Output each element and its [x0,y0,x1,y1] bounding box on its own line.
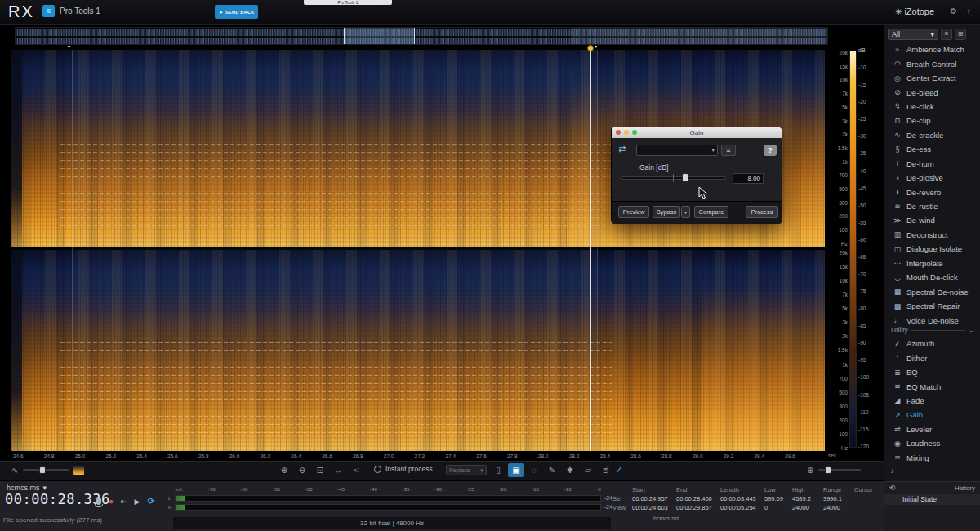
bypass-button[interactable]: Bypass [653,206,680,218]
module-leveler[interactable]: ⇌ Leveler [884,422,980,436]
selection-start-handle[interactable]: ▾ [68,43,70,50]
module-filter-select[interactable]: All ▾ [888,29,938,40]
playhead[interactable] [590,46,591,451]
gain-value-field[interactable]: 8.00 [733,173,764,184]
module-breath-control[interactable]: ◠ Breath Control [884,56,980,70]
module-fade[interactable]: ◢ Fade [884,394,980,408]
module-eq-match[interactable]: ≌ EQ Match [884,379,980,393]
bypass-caret-button[interactable]: ▾ [681,206,690,218]
record-button[interactable]: ● [109,497,114,506]
time-tick-label: 28.4 [599,453,610,459]
module-interpolate[interactable]: ⋯ Interpolate [884,257,980,270]
time-tick-label: 27.2 [415,453,425,459]
zoom-fit-button[interactable]: ⊡ [312,463,328,477]
minimize-icon[interactable] [624,130,629,135]
zoom-out-button[interactable]: ⊖ [294,463,310,477]
module-icon: ∴ [893,354,902,362]
timefreq-selection-tool[interactable]: ▣ [508,463,524,477]
module-icon: ≫ [893,216,902,225]
time-selection-tool[interactable]: ▯ [490,463,506,477]
instant-process-control[interactable]: Instant process [374,465,433,473]
module-spectral-de-noise[interactable]: ▦ Spectral De-noise [884,284,980,298]
preset-menu-button[interactable]: ≡ [721,145,736,156]
preview-button[interactable]: Preview [618,206,649,218]
instant-process-radio[interactable] [374,466,381,473]
module-de-plosive[interactable]: ◖ De-plosive [884,171,980,185]
module-dither[interactable]: ∴ Dither [884,350,980,364]
hand-tool-button[interactable]: ☜ [348,463,364,477]
freq-tick-label: 700 [826,172,848,178]
module-label: Dialogue Isolate [906,244,962,253]
module-de-crackle[interactable]: ∿ De-crackle [884,128,980,142]
module-ambience-match[interactable]: ≈ Ambience Match [884,42,980,56]
grid-view-button[interactable]: ⊞ [955,29,966,40]
instant-process-label: Instant process [385,465,433,473]
selection-end-handle[interactable]: ▾ [595,43,597,50]
module-de-hum[interactable]: ≀ De-hum [884,157,980,171]
overview-selection[interactable] [344,28,415,45]
gain-dialog-title: Gain [612,127,782,138]
gain-slider[interactable] [621,176,726,180]
settings-gear-icon[interactable]: ⚙ [950,7,957,16]
meter-scale-label: -50 [305,487,313,492]
module-spectral-repair[interactable]: ▩ Spectral Repair [884,299,980,313]
waveform-spectrogram-blend-slider[interactable] [23,469,69,471]
blend-slider-handle[interactable] [39,466,46,474]
module-mouth-de-click[interactable]: ◡ Mouth De-click [884,270,980,284]
module-azimuth[interactable]: ∠ Azimuth [884,337,980,350]
help-button[interactable]: ? [964,7,973,16]
compare-button[interactable]: Compare [694,206,728,218]
module-center-extract[interactable]: ◎ Center Extract [884,71,980,85]
brush-tool[interactable]: ✎ [544,463,560,477]
process-mode-select[interactable]: Replace ▾ [446,465,487,475]
list-view-button[interactable]: ≡ [941,29,952,40]
process-button[interactable]: Process [746,206,778,218]
zoom-slider[interactable] [818,469,861,471]
module-eq[interactable]: ≣ EQ [884,365,980,379]
time-tick-label: 26.6 [322,453,332,459]
module-de-clip[interactable]: ⊓ De-clip [884,114,980,127]
module-de-ess[interactable]: § De-ess [884,142,980,156]
history-item[interactable]: Initial State [884,494,980,505]
dialog-help-button[interactable]: ? [764,145,777,156]
module-dialogue-isolate[interactable]: ◫ Dialogue Isolate [884,242,980,256]
send-back-button[interactable]: ➤ SEND BACK [215,5,258,19]
mic-icon[interactable] [96,498,101,505]
module-gain[interactable]: ↗ Gain [884,408,980,422]
gain-slider-handle[interactable] [682,173,688,182]
module-de-wind[interactable]: ≫ De-wind [884,213,980,227]
preset-transfer-icon[interactable]: ⇄ [618,144,626,154]
module-de-bleed[interactable]: ⊘ De-bleed [884,85,980,99]
play-button[interactable]: ▶ [135,498,140,506]
lasso-tool[interactable]: ◌ [526,463,542,477]
module-mixing[interactable]: ≍ Mixing [884,451,980,465]
zoom-slider-handle[interactable] [825,466,831,474]
rewind-button[interactable]: ⇤ [121,498,127,506]
playhead-marker[interactable] [587,45,594,51]
module-de-reverb[interactable]: ◗ De-reverb [884,185,980,199]
magic-wand-tool[interactable]: ✱ [562,463,578,477]
overview-waveform[interactable] [15,27,828,45]
colorbar-tick-label: -50 [858,203,880,208]
zoom-horizontal-button[interactable]: ↔ [330,463,346,477]
zoom-in-button[interactable]: ⊕ [276,463,292,477]
loop-button[interactable]: ⟳ [148,496,155,506]
module-loudness[interactable]: ◉ Loudness [884,436,980,450]
gain-dialog: Gain ⇄ ▾ ≡ ? Gain [dB] 8.00 Preview Bypa… [611,127,782,223]
eraser-tool[interactable]: ▱ [580,463,596,477]
sidebar-expand-chevron[interactable]: › [891,466,894,475]
view-blend-control[interactable]: ∿ [11,466,84,475]
module-deconstruct[interactable]: ▥ Deconstruct [884,228,980,242]
module-de-rustle[interactable]: ≋ De-rustle [884,199,980,213]
level-meter-left [175,495,601,502]
meter-scale-label: -45 [337,487,345,492]
utility-section-header[interactable]: Utility ⌄ [884,324,980,336]
zoom-slider-control[interactable]: ⊕ [807,466,861,475]
maximize-icon[interactable] [632,130,637,135]
preset-select[interactable]: ▾ [636,145,718,156]
module-icon: ↯ [893,102,902,110]
module-de-click[interactable]: ↯ De-click [884,100,980,114]
tab-pro-tools-1[interactable]: ≋ Pro Tools 1 [42,5,100,17]
apply-selection-button[interactable]: ✓ [611,463,627,477]
close-icon[interactable] [616,130,621,135]
